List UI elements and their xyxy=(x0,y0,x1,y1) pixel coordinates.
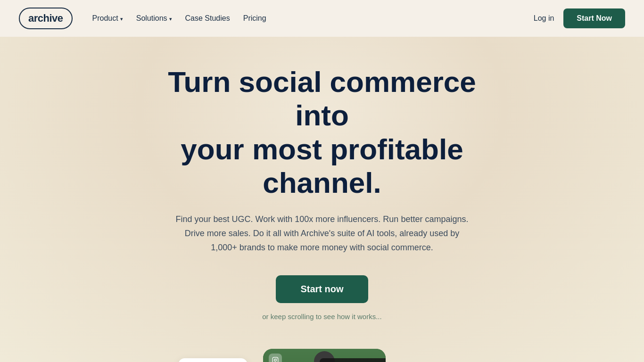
case-studies-label: Case Studies xyxy=(185,14,230,23)
navbar: archive Product ▾ Solutions ▾ Case Studi… xyxy=(0,0,644,37)
logo[interactable]: archive xyxy=(19,8,73,29)
hero-title-line1: Turn social commerce into xyxy=(168,66,476,132)
instagram-icon-center xyxy=(269,354,282,362)
svg-point-1 xyxy=(274,359,277,362)
product-chevron-icon: ▾ xyxy=(120,16,123,22)
nav-product[interactable]: Product ▾ xyxy=(88,11,128,25)
card-center: Likes 2.5k Views 71.6k Sentiment 😄 xyxy=(263,349,386,362)
hero-title-line2: your most profitable channel. xyxy=(181,133,463,199)
login-link[interactable]: Log in xyxy=(534,14,554,23)
center-card-inner: Likes 2.5k Views 71.6k Sentiment 😄 xyxy=(263,349,386,362)
solutions-label: Solutions xyxy=(136,14,167,23)
nav-links: Product ▾ Solutions ▾ Case Studies Prici… xyxy=(88,11,271,25)
cards-area: Find Similar UGC ··· xyxy=(0,349,644,362)
find-similar-bubble: Find Similar UGC xyxy=(178,358,248,362)
product-label: Product xyxy=(92,14,118,23)
card-left: Find Similar UGC ··· xyxy=(178,358,254,362)
nav-pricing[interactable]: Pricing xyxy=(239,11,271,25)
solutions-chevron-icon: ▾ xyxy=(169,16,172,22)
start-now-button-nav[interactable]: Start Now xyxy=(563,8,625,28)
pricing-label: Pricing xyxy=(243,14,266,23)
nav-solutions[interactable]: Solutions ▾ xyxy=(132,11,177,25)
nav-right: Log in Start Now xyxy=(534,8,625,28)
start-now-button-hero[interactable]: Start now xyxy=(276,275,368,303)
nav-case-studies[interactable]: Case Studies xyxy=(181,11,235,25)
svg-point-2 xyxy=(277,358,277,359)
nav-left: archive Product ▾ Solutions ▾ Case Studi… xyxy=(19,8,271,29)
hero-subtitle: Find your best UGC. Work with 100x more … xyxy=(171,213,473,255)
hero-title: Turn social commerce into your most prof… xyxy=(143,65,501,199)
scroll-hint: or keep scrolling to see how it works... xyxy=(262,313,381,321)
stats-overlay: Likes 2.5k Views 71.6k Sentiment 😄 xyxy=(320,358,386,362)
hero-section: Turn social commerce into your most prof… xyxy=(0,37,644,344)
stat-likes: Likes 2.5k xyxy=(320,358,386,362)
